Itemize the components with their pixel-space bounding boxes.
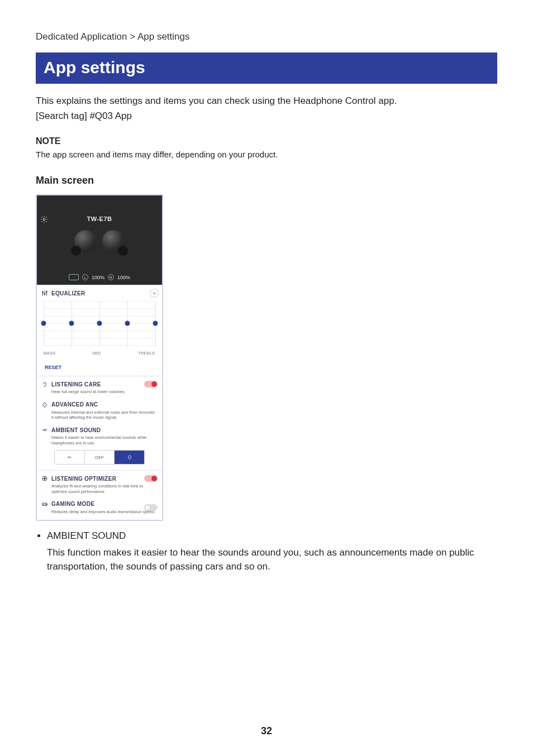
- equalizer-graph[interactable]: BASS MID TREBLE: [41, 301, 158, 361]
- section-heading-main-screen: Main screen: [36, 175, 497, 186]
- eq-label-mid: MID: [93, 351, 101, 356]
- optimizer-icon: [41, 475, 48, 482]
- ambient-icon: [41, 427, 48, 433]
- note-heading: NOTE: [36, 136, 497, 146]
- segment-ambient[interactable]: [55, 451, 85, 464]
- segment-off[interactable]: OFF: [85, 451, 115, 464]
- advanced-anc-desc: Measures internal and external noise and…: [51, 410, 158, 420]
- battery-status: L 100% R 100%: [37, 274, 162, 280]
- ambient-sound-section: AMBIENT SOUND Makes it easier to hear en…: [37, 425, 162, 470]
- ambient-sound-desc: Makes it easier to hear environmental so…: [51, 435, 158, 446]
- gaming-mode-section: GAMING MODE Reduces delay and improves a…: [37, 500, 162, 520]
- segment-anc[interactable]: [115, 451, 144, 464]
- right-bud-icon: R: [108, 274, 114, 280]
- search-tag: [Search tag] #Q03 App: [36, 111, 497, 122]
- svg-point-4: [44, 429, 46, 431]
- listening-care-title: LISTENING CARE: [51, 381, 101, 387]
- svg-point-7: [44, 478, 46, 480]
- list-item: AMBIENT SOUND This function makes it eas…: [47, 529, 497, 574]
- eq-label-treble: TREBLE: [138, 351, 155, 356]
- ear-icon: [41, 381, 48, 387]
- ambient-sound-segment[interactable]: OFF: [54, 450, 145, 465]
- listening-optimizer-toggle[interactable]: [144, 475, 158, 482]
- equalizer-title: EQUALIZER: [51, 290, 85, 296]
- svg-point-1: [42, 292, 44, 293]
- listening-optimizer-title: LISTENING OPTIMIZER: [51, 476, 116, 482]
- listening-care-toggle[interactable]: [144, 381, 158, 387]
- case-battery-icon: [69, 274, 79, 280]
- page-title: App settings: [36, 52, 497, 84]
- anc-icon: [41, 401, 48, 408]
- left-bud-icon: L: [82, 274, 88, 280]
- advanced-anc-section: ADVANCED ANC Measures internal and exter…: [37, 400, 162, 426]
- bullet-body: This function makes it easier to hear th…: [47, 546, 497, 574]
- listening-care-section: LISTENING CARE Hear full-range sound at …: [37, 376, 162, 400]
- note-body: The app screen and items may differ, dep…: [36, 150, 497, 159]
- left-battery-value: 100%: [92, 275, 104, 280]
- sliders-icon: [41, 290, 48, 296]
- svg-point-3: [46, 291, 47, 293]
- gamepad-icon: [41, 501, 48, 508]
- svg-point-10: [46, 504, 47, 505]
- earbud-image: [37, 229, 162, 253]
- ambient-sound-title: AMBIENT SOUND: [51, 427, 101, 433]
- eq-label-bass: BASS: [44, 351, 55, 356]
- intro-text: This explains the settings and items you…: [36, 94, 497, 108]
- gaming-mode-title: GAMING MODE: [51, 501, 94, 507]
- gaming-mode-desc: Reduces delay and improves audio transmi…: [51, 509, 158, 514]
- equalizer-section: EQUALIZER: [37, 285, 162, 376]
- reset-button[interactable]: RESET: [45, 365, 158, 370]
- app-header: TW-E7B L 100% R 100%: [37, 195, 162, 285]
- app-screenshot: TW-E7B L 100% R 100%: [36, 194, 163, 521]
- svg-point-2: [44, 294, 45, 295]
- listening-optimizer-desc: Analyzes fit and wearing conditions in r…: [51, 484, 158, 494]
- gaming-mode-toggle[interactable]: [144, 504, 158, 511]
- bullet-title: AMBIENT SOUND: [47, 530, 126, 541]
- listening-care-desc: Hear full-range sound at lower volumes.: [51, 389, 158, 394]
- right-battery-value: 100%: [117, 275, 130, 280]
- svg-point-5: [69, 457, 70, 458]
- model-name: TW-E7B: [37, 216, 162, 222]
- page-number: 32: [0, 725, 533, 737]
- feature-list: AMBIENT SOUND This function makes it eas…: [36, 529, 497, 574]
- breadcrumb: Dedicated Application > App settings: [36, 31, 497, 42]
- listening-optimizer-section: LISTENING OPTIMIZER Analyzes fit and wea…: [37, 470, 162, 500]
- advanced-anc-title: ADVANCED ANC: [51, 401, 98, 408]
